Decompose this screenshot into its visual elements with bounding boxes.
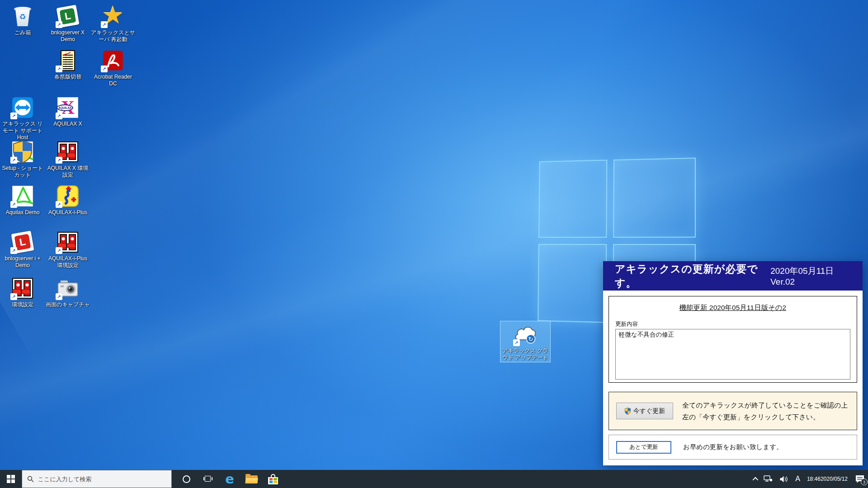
desktop-icon-label: Acrobat Reader DC — [90, 74, 136, 87]
taskbar-spacer — [172, 470, 175, 488]
desktop-icon-label: bnlogserver i + Demo — [0, 255, 45, 269]
cloud-update-icon: ↻ — [514, 323, 537, 346]
taskbar-clock[interactable]: 18:46 2020/05/12 — [807, 476, 848, 483]
remote-support-icon — [11, 96, 34, 119]
store-bag — [268, 477, 278, 484]
acrobat-reader-icon — [101, 49, 125, 72]
desktop-icon-acrobat-reader[interactable]: Acrobat Reader DC — [90, 49, 136, 87]
file-explorer-button[interactable] — [241, 470, 262, 488]
winflag-pane — [7, 479, 10, 483]
shortcut-arrow-icon — [56, 293, 62, 300]
desktop-icon-label: 各県版切替 — [45, 74, 90, 80]
star-icon: ★ — [101, 5, 125, 28]
desktop-icon-bnlogserver-x[interactable]: L bnlogserver X Demo — [45, 5, 90, 43]
speaker-icon — [779, 476, 788, 483]
winflag-pane — [11, 479, 15, 483]
taskbar: e — [0, 470, 868, 488]
note-line1: 全てのアキラックスが終了していることをご確認の上 — [682, 399, 848, 411]
edge-icon: e — [225, 473, 234, 486]
cortana-icon — [183, 475, 190, 483]
note-lines — [63, 55, 73, 69]
door-panel — [24, 280, 31, 296]
desktop-icon-label: 画面のキャプチャ — [45, 301, 90, 308]
cortana-button[interactable] — [175, 470, 197, 488]
task-view-left-pane — [203, 477, 204, 480]
shortcut-arrow-icon — [513, 339, 520, 346]
desktop-icon-settings[interactable]: 環境設定 — [0, 277, 45, 308]
desktop-icon-label: bnlogserver X Demo — [45, 29, 90, 43]
aquilax-demo-icon — [11, 184, 34, 208]
desktop-icon-label: AQUILAX X 環境設定 — [45, 165, 90, 178]
desktop-icon-recycle-bin[interactable]: ♻ ごみ箱 — [0, 5, 45, 36]
ime-indicator[interactable]: A — [795, 475, 800, 483]
shortcut-arrow-icon — [10, 201, 17, 208]
tray-overflow-button[interactable] — [753, 477, 757, 481]
update-now-note: 全てのアキラックスが終了していることをご確認の上 左の「今すぐ更新」をクリックし… — [682, 399, 848, 423]
desktop-icon-label: アキラックス クラウド アップデート — [500, 347, 550, 361]
desktop-icon-label: 環境設定 — [0, 301, 45, 308]
settings-doors-icon — [56, 230, 80, 254]
settings-doors-icon — [11, 277, 34, 300]
desktop-icon-label: Aquilax Demo — [0, 209, 45, 216]
store-button[interactable] — [262, 470, 284, 488]
desktop-icon-label: アキラックス リモート サポート Host — [0, 121, 45, 141]
recycle-symbol-icon: ♻ — [11, 12, 34, 22]
update-later-button[interactable]: あとで更新 — [616, 441, 671, 454]
door-panel — [69, 144, 76, 160]
search-icon — [27, 475, 34, 483]
desktop-icon-bnlogserver-i[interactable]: L bnlogserver i + Demo — [0, 230, 45, 269]
store-tile — [274, 481, 277, 483]
aquilax-logo-text: AQUILAX — [57, 104, 73, 111]
desktop-icon-screen-capture[interactable]: 画面のキャプチャ — [45, 277, 90, 308]
desktop-icon-label: Setup - ショートカット — [0, 165, 45, 178]
shortcut-arrow-icon — [101, 21, 108, 28]
desktop-icon-aquilax-demo[interactable]: Aquilax Demo — [0, 184, 45, 216]
update-content-textarea[interactable]: 軽微な不具合の修正 — [615, 329, 850, 380]
desktop-icon-label: AQUILAX-i-Plus 環境設定 — [45, 255, 90, 269]
store-tile — [274, 478, 277, 480]
update-dialog: アキラックスの更新が必要です。 2020年05月11日 Ver.02 機能更新 … — [603, 261, 863, 465]
shortcut-arrow-icon — [101, 66, 108, 72]
shortcut-arrow-icon — [10, 293, 17, 300]
search-input[interactable] — [38, 476, 166, 483]
task-view-main-pane — [205, 476, 211, 482]
aquilax-i-plus-icon — [56, 184, 80, 208]
desktop-icon-prefecture-switch[interactable]: 各県版切替 — [45, 49, 90, 80]
edge-button[interactable]: e — [219, 470, 241, 488]
desktop-icon-aquilax-x-settings[interactable]: AQUILAX X 環境設定 — [45, 140, 90, 178]
start-button[interactable] — [0, 470, 22, 488]
shortcut-arrow-icon — [56, 157, 62, 164]
bnlogserver-i-icon: L — [11, 230, 34, 254]
desktop-icon-restart-server[interactable]: ★ アキラックスとサーバ 再起動 — [90, 5, 136, 43]
dialog-version: 2020年05月11日 Ver.02 — [770, 265, 855, 287]
desktop-icon-aquilax-i-plus-settings[interactable]: AQUILAX-i-Plus 環境設定 — [45, 230, 90, 269]
desktop-icon-aquilax-x[interactable]: X AQUILAX AQUILAX X — [45, 96, 90, 127]
notification-badge: 3 — [861, 479, 868, 485]
volume-button[interactable] — [779, 476, 788, 483]
update-link[interactable]: 機能更新 2020年05月11日版その2 — [615, 303, 850, 313]
store-tile — [269, 478, 273, 480]
door-panel — [69, 234, 76, 250]
uac-shield-icon — [624, 408, 631, 415]
shortcut-arrow-icon — [10, 113, 17, 119]
desktop-icon-aquilax-i-plus[interactable]: AQUILAX-i-Plus — [45, 184, 90, 216]
update-info-box: 機能更新 2020年05月11日版その2 更新内容 軽微な不具合の修正 — [609, 296, 857, 383]
windows-logo-pane — [538, 244, 607, 323]
chevron-up-icon — [753, 477, 759, 483]
taskbar-search[interactable] — [22, 470, 172, 488]
dialog-header: アキラックスの更新が必要です。 2020年05月11日 Ver.02 — [603, 261, 863, 291]
desktop-icon-cloud-update[interactable]: ↻ アキラックス クラウド アップデート — [500, 321, 551, 362]
windows-start-icon — [7, 475, 15, 483]
shortcut-arrow-icon — [56, 66, 62, 72]
folder-front — [245, 478, 258, 483]
action-center-button[interactable]: 3 — [854, 474, 865, 484]
network-button[interactable] — [764, 475, 773, 483]
desktop-icon-setup-shortcut[interactable]: Setup - ショートカット — [0, 140, 45, 178]
update-now-button[interactable]: 今すぐ更新 — [616, 403, 673, 419]
task-view-button[interactable] — [197, 470, 219, 488]
update-later-note: お早めの更新をお願い致します。 — [683, 443, 783, 451]
clock-date: 2020/05/12 — [821, 476, 848, 483]
desktop-icon-remote-support[interactable]: アキラックス リモート サポート Host — [0, 96, 45, 141]
windows-logo-pane — [613, 158, 696, 238]
store-bag-handle — [271, 474, 275, 477]
